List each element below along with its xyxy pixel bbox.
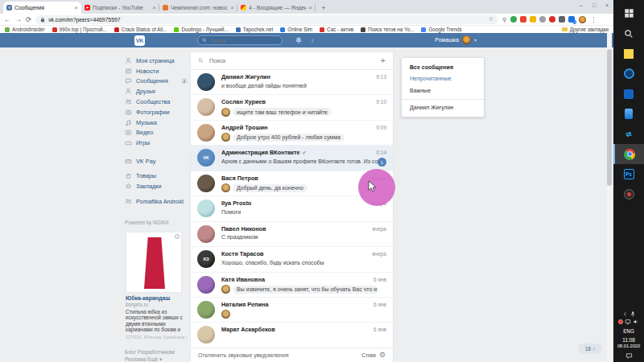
dialog-row[interactable]: Катя ИвановнаВы извините, я очень занят,…	[191, 273, 393, 298]
bookmark-item[interactable]: Duolingo - Лучший...	[174, 27, 228, 32]
sidebar-item-bookmarks[interactable]: Закладки	[125, 181, 188, 191]
sidebar-item-profile[interactable]: Моя страница	[125, 56, 188, 66]
chevron-up-icon[interactable]	[622, 311, 628, 317]
forward-icon[interactable]: →	[15, 16, 23, 23]
maximize-button[interactable]: □	[588, 0, 601, 10]
sidebar-item-community[interactable]: Pomaflika Android	[125, 197, 188, 208]
sidebar-item-friends[interactable]: Друзья	[125, 86, 188, 97]
blue-square-app[interactable]	[613, 84, 644, 104]
volume-icon[interactable]	[633, 319, 639, 325]
photoshop-app[interactable]: Ps	[613, 164, 644, 184]
dialog-row[interactable]: Даниил Жигулини вообще делай гайды понят…	[191, 70, 393, 95]
dialog-row[interactable]: ХЭКостя ТарасовХорошо, спасибо, буду иск…	[191, 247, 393, 272]
refresh-icon[interactable]: ⟳	[26, 16, 31, 23]
bookmark-item[interactable]: Google Trends	[421, 27, 461, 32]
ad-title-link[interactable]: Юбка-карандаш	[126, 295, 187, 301]
messages-search-bar[interactable]: +	[191, 52, 393, 70]
page-scrollbar-thumb[interactable]	[607, 49, 612, 186]
bookmark-item[interactable]: AndroidInsider	[5, 27, 45, 32]
sidebar-item-messages[interactable]: Сообщения2	[125, 76, 188, 87]
ext-red-circle-icon[interactable]	[549, 16, 555, 23]
filter-menu-item[interactable]: Непрочитанные	[402, 73, 484, 85]
vk-user-menu[interactable]: Ромашка ▾	[435, 35, 477, 44]
browser-tab[interactable]: 4 - Входящие — Яндекс.Почта×	[237, 2, 316, 14]
footer-links-line2[interactable]: Реклама Ещё ▾	[125, 356, 189, 362]
ext-red-square-icon[interactable]	[520, 16, 526, 23]
dialog-row[interactable]: Марат Аскарбеков6 янв	[191, 323, 393, 348]
notifications-bell-icon[interactable]	[295, 36, 303, 44]
dialog-row[interactable]: VKАдминистрация ВКонтакте✔Архив с данным…	[191, 146, 393, 171]
messages-search-input[interactable]	[208, 56, 345, 65]
vk-footer-links[interactable]: Блог Разработчикам Реклама Ещё ▾	[125, 348, 189, 362]
browser-tab[interactable]: Подписки - YouTube×	[81, 2, 159, 14]
bookmark-item[interactable]: Сас - актив	[320, 27, 353, 32]
recording-indicator-icon[interactable]	[618, 319, 623, 324]
start-button[interactable]	[613, 3, 644, 23]
ext-green-icon[interactable]	[510, 16, 517, 23]
bookmark-star-icon[interactable]: ☆	[489, 16, 493, 23]
close-button[interactable]: ×	[601, 0, 613, 10]
filter-menu-item[interactable]: Важные	[402, 84, 484, 97]
dialog-row[interactable]: Сослан Хуриевищите там ваш телефон и чит…	[191, 95, 393, 120]
ext-gray-icon[interactable]	[539, 16, 546, 23]
tab-close-icon[interactable]: ×	[152, 5, 156, 11]
sidebar-item-news[interactable]: Новости	[125, 66, 188, 76]
new-tab-button[interactable]: +	[318, 2, 329, 14]
browser-tab[interactable]: VСообщения×	[3, 2, 81, 14]
minimize-button[interactable]: –	[575, 0, 588, 10]
new-message-icon[interactable]: +	[381, 56, 386, 65]
dialog-row[interactable]: Наталия Репина6 янв	[191, 298, 393, 323]
filter-menu-item[interactable]: Даниил Жигулин	[402, 102, 484, 114]
tab-close-icon[interactable]: ×	[308, 5, 312, 11]
sidebar-item-groups[interactable]: Сообщества	[125, 97, 188, 107]
back-icon[interactable]: ←	[4, 16, 11, 23]
phone-app[interactable]	[613, 104, 644, 124]
browser-tab[interactable]: Чемпионат.com: новости спор×	[159, 2, 237, 14]
other-bookmarks[interactable]: Другие закладки	[562, 27, 609, 32]
bookmark-item[interactable]: 990x.top | Простой...	[52, 27, 107, 32]
chrome-app[interactable]	[613, 144, 644, 164]
action-center-icon[interactable]	[625, 352, 633, 360]
screen-recorder-app[interactable]	[613, 184, 644, 204]
bookmark-item[interactable]: Поиск тегов на Yo...	[361, 27, 414, 32]
address-bar[interactable]: vk.com/im?peers=446975597 ☆	[35, 15, 498, 24]
bookmark-item[interactable]: Tapochek.net	[236, 27, 273, 32]
bookmark-item[interactable]: Crack Status of All...	[114, 27, 167, 32]
sidebar-item-video[interactable]: Видео	[125, 128, 188, 138]
sync-app[interactable]	[613, 124, 644, 144]
bookmark-item[interactable]: Online Sim	[280, 27, 312, 32]
footer-links-line1[interactable]: Блог Разработчикам	[125, 348, 189, 356]
gear-icon[interactable]: ⚙	[379, 352, 386, 359]
sidebar-item-games[interactable]: Игры	[125, 138, 188, 148]
filter-menu-item[interactable]: Все сообщения	[402, 61, 484, 73]
vk-search-input[interactable]	[209, 37, 274, 44]
scroll-to-top-button[interactable]: 18 ↑	[578, 343, 602, 354]
profile-avatar[interactable]	[579, 16, 586, 23]
dialog-row[interactable]: Андрей ТрошинДоброе утро 400 рублей - лю…	[191, 121, 393, 146]
ext-blue-badged-icon[interactable]: 1	[568, 16, 575, 23]
sidebar-item-photos[interactable]: Фотографии	[125, 107, 188, 117]
dialog-row[interactable]: Павел НиконовС праздникомвчера	[191, 222, 393, 247]
language-indicator[interactable]: ENG	[623, 328, 634, 334]
display-icon[interactable]	[625, 319, 631, 325]
sidebar-item-vkpay[interactable]: VK Pay	[125, 156, 188, 167]
blue-circle-app[interactable]	[613, 64, 644, 84]
search-icon[interactable]: ⚲	[502, 17, 506, 23]
sidebar-item-market[interactable]: Товары	[125, 171, 188, 181]
browser-menu-icon[interactable]: ⋮	[590, 16, 597, 23]
mute-notifications-link[interactable]: Отключить звуковые уведомления	[198, 352, 288, 358]
dialog-row[interactable]: Ilya ProstoПомогивчера	[191, 196, 393, 221]
spam-link[interactable]: Спам ⚙	[361, 352, 386, 359]
ad-info-icon[interactable]: i	[175, 234, 180, 239]
music-note-icon[interactable]: ♪	[311, 36, 319, 44]
vk-header-search[interactable]	[197, 35, 283, 45]
ext-camera-icon[interactable]	[559, 16, 565, 23]
sticky-notes-app[interactable]	[613, 43, 644, 64]
ad-block[interactable]: i Юбка-карандаш bonprix.ru Стильна юбка …	[126, 232, 187, 339]
search-button[interactable]	[613, 23, 644, 43]
tab-close-icon[interactable]: ×	[74, 5, 78, 11]
sidebar-item-music[interactable]: Музыка	[125, 117, 188, 128]
tab-close-icon[interactable]: ×	[230, 5, 234, 11]
ad-image[interactable]: i	[126, 232, 182, 293]
ext-yellow-icon[interactable]	[530, 16, 536, 23]
